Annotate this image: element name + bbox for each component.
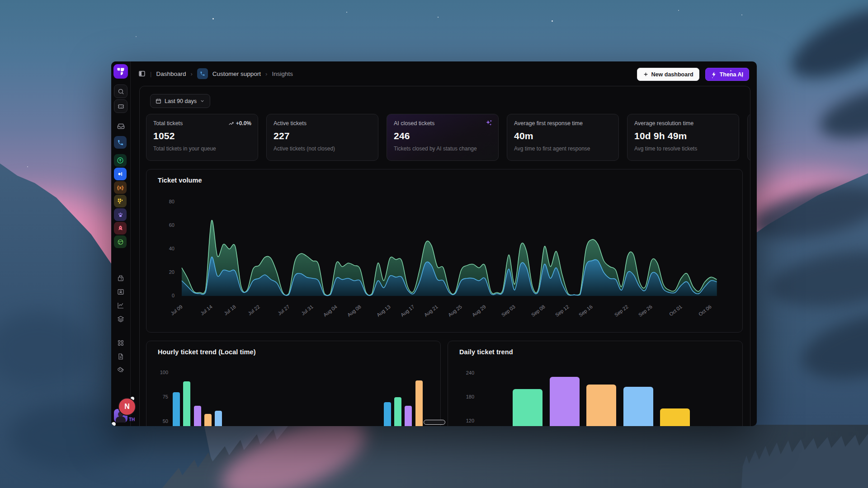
new-dashboard-button[interactable]: New dashboard: [637, 68, 699, 81]
bar[interactable]: [405, 406, 412, 426]
sidebar-toggle-icon[interactable]: [138, 70, 146, 77]
bar[interactable]: [194, 406, 201, 426]
stat-value: 246: [394, 131, 491, 141]
integration-blue-icon[interactable]: [114, 168, 127, 180]
stat-value: 227: [274, 131, 371, 141]
daily-trend-panel: Daily ticket trend 240180120: [448, 341, 743, 426]
ticket-volume-chart[interactable]: [178, 173, 725, 302]
avatar-body: [116, 417, 126, 422]
integration-arrow-icon[interactable]: [114, 154, 127, 167]
badge-letter: N: [124, 403, 130, 411]
x-tick-label: Aug 13: [376, 304, 392, 318]
calendar-icon: [156, 98, 161, 104]
volume-x-axis: Jul 09Jul 14Jul 18Jul 22Jul 27Jul 31Aug …: [178, 302, 725, 329]
layers-icon[interactable]: [114, 312, 127, 326]
hourly-plot[interactable]: [146, 341, 440, 426]
x-tick-label: Jul 14: [199, 304, 213, 316]
integration-code-icon[interactable]: {x}: [114, 181, 127, 194]
stat-value: 40m: [514, 131, 612, 141]
bar[interactable]: [394, 397, 401, 426]
star: [136, 36, 137, 37]
x-tick-label: Aug 17: [400, 304, 415, 318]
apps-grid-icon[interactable]: [114, 336, 127, 350]
stat-subtitle: Total tickets in your queue: [153, 145, 251, 152]
stat-card-total-tickets[interactable]: Total tickets +0.0% 1052 Total tickets i…: [146, 114, 258, 161]
app-window: {x}: [111, 61, 757, 426]
stat-value: 10d 9h 49m: [634, 131, 732, 141]
breadcrumb-customer-support[interactable]: Customer support: [212, 70, 261, 77]
bar[interactable]: [550, 377, 580, 426]
stat-card-first-response[interactable]: Average first response time 40m Avg time…: [507, 114, 619, 161]
chevron-right-icon: ›: [265, 70, 267, 77]
bar[interactable]: [513, 389, 542, 426]
content-area: Last 90 days Total tickets +0.0% 1052 To…: [139, 86, 750, 426]
bar[interactable]: [215, 411, 222, 426]
integration-globe-icon[interactable]: [114, 235, 127, 248]
hourly-trend-panel: Hourly ticket trend (Local time) 1007550: [146, 341, 441, 426]
x-tick-label: Aug 25: [447, 304, 463, 318]
stat-cards-row: Total tickets +0.0% 1052 Total tickets i…: [146, 114, 750, 161]
x-tick-label: Aug 04: [322, 304, 338, 318]
ticket-icon[interactable]: [114, 99, 127, 113]
y-tick-label: 80: [159, 199, 175, 204]
integration-grid-icon[interactable]: [114, 195, 127, 207]
plus-icon: [643, 71, 649, 77]
x-tick-label: Aug 29: [471, 304, 486, 318]
x-tick-label: Oct 06: [698, 304, 712, 317]
stat-subtitle: Active tickets (not closed): [274, 145, 371, 152]
fax-icon[interactable]: [114, 272, 127, 285]
breadcrumb-dashboard[interactable]: Dashboard: [156, 70, 186, 77]
x-tick-label: Jul 18: [223, 304, 237, 316]
bar[interactable]: [384, 402, 391, 426]
bar[interactable]: [204, 414, 212, 426]
contact-card-icon[interactable]: [114, 285, 127, 299]
horizontal-scrollbar[interactable]: [424, 420, 445, 425]
thena-ai-button[interactable]: Thena AI: [705, 68, 749, 81]
stat-card-ai-closed[interactable]: AI closed tickets 246 Tickets closed by …: [387, 114, 499, 161]
x-tick-label: Jul 09: [170, 304, 184, 316]
star: [552, 20, 553, 22]
tags-icon[interactable]: [114, 363, 127, 377]
zap-icon: [711, 71, 717, 77]
sparkles-icon: [485, 119, 492, 127]
document-icon[interactable]: [114, 350, 127, 363]
bar[interactable]: [660, 408, 690, 426]
search-icon[interactable]: [114, 84, 127, 98]
ticket-volume-panel: Ticket volume 020406080 Jul 09Jul 14Jul …: [146, 169, 743, 333]
date-range-filter[interactable]: Last 90 days: [150, 94, 210, 108]
x-tick-label: Sep 26: [637, 304, 653, 318]
sidebar: {x}: [111, 61, 131, 426]
chevron-right-icon: ›: [190, 70, 192, 77]
phone-channel-icon[interactable]: [114, 136, 127, 149]
integration-rocket-icon[interactable]: [114, 222, 127, 235]
bar[interactable]: [183, 381, 190, 426]
trend-value: +0.0%: [236, 120, 251, 127]
thena-ai-label: Thena AI: [720, 71, 743, 78]
sparkle-dot: [712, 77, 713, 78]
bar[interactable]: [415, 380, 423, 426]
stat-label: Average resolution time: [634, 120, 732, 127]
notification-badge[interactable]: N: [118, 398, 136, 416]
line-chart-icon[interactable]: [114, 299, 127, 312]
x-tick-label: Jul 31: [300, 304, 314, 316]
sparkle-dot: [730, 70, 731, 71]
bar[interactable]: [623, 387, 653, 426]
thena-logo-icon[interactable]: [113, 64, 128, 79]
star: [438, 17, 439, 18]
stat-card-resolution-time[interactable]: Average resolution time 10d 9h 49m Avg t…: [627, 114, 739, 161]
bar[interactable]: [173, 392, 180, 426]
stat-card-active-tickets[interactable]: Active tickets 227 Active tickets (not c…: [266, 114, 378, 161]
star: [741, 14, 742, 15]
y-tick-label: 40: [159, 246, 175, 251]
bar[interactable]: [586, 385, 616, 426]
x-tick-label: Sep 12: [554, 304, 570, 318]
branch-blur: [815, 75, 868, 148]
sparkle-dot: [742, 76, 743, 77]
integration-paw-icon[interactable]: [114, 208, 127, 221]
inbox-icon[interactable]: [114, 119, 127, 133]
stat-card-partial[interactable]: [747, 114, 750, 161]
date-range-label: Last 90 days: [165, 98, 197, 104]
breadcrumb-insights[interactable]: Insights: [272, 70, 293, 77]
topbar: | Dashboard › Customer support › Insight…: [130, 61, 757, 86]
daily-plot[interactable]: [448, 341, 742, 426]
